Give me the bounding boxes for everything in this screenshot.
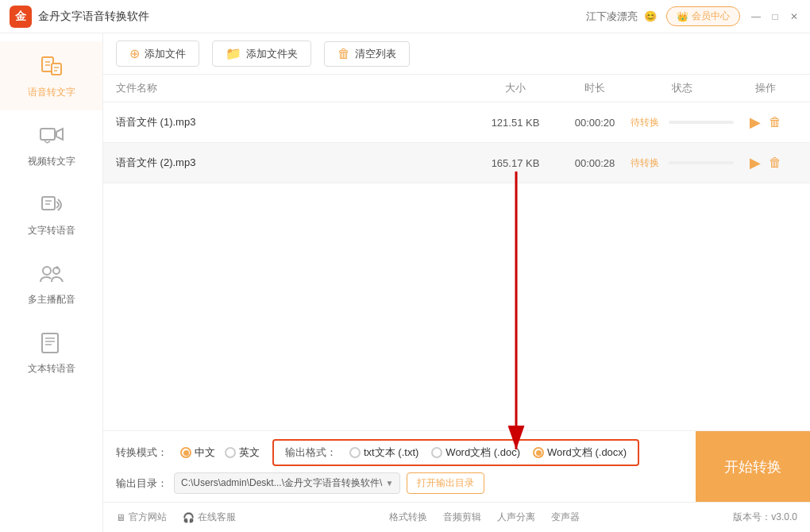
footer-link-3[interactable]: 人声分离 xyxy=(497,511,535,524)
svg-rect-6 xyxy=(40,129,55,140)
svg-rect-10 xyxy=(42,197,55,210)
sidebar-label-speech-to-text: 语音转文字 xyxy=(28,86,75,99)
footer-link-1[interactable]: 格式转换 xyxy=(389,511,427,524)
output-format-box: 输出格式： txt文本 (.txt) Word文档 (.doc) xyxy=(272,439,639,466)
radio-english-indicator xyxy=(225,447,236,458)
add-folder-icon: 📁 xyxy=(226,46,241,61)
radio-txt-indicator xyxy=(349,447,361,458)
service-icon: 🎧 xyxy=(183,512,195,523)
radio-chinese-indicator xyxy=(180,447,191,458)
file-table: 文件名称 大小 时长 状态 操作 语音文件 (1).mp3 121.51 KB … xyxy=(103,75,810,430)
sidebar-item-text-to-speech2[interactable]: 文本转语音 xyxy=(0,318,102,387)
delete-button-2[interactable]: 🗑 xyxy=(769,156,781,170)
open-dir-button[interactable]: 打开输出目录 xyxy=(407,472,484,494)
website-link[interactable]: 🖥 官方网站 xyxy=(116,511,167,524)
format-label: 输出格式： xyxy=(285,445,337,460)
dir-label: 输出目录： xyxy=(116,476,168,491)
file-action-1: ▶ 🗑 xyxy=(734,114,797,131)
service-link[interactable]: 🎧 在线客服 xyxy=(183,511,236,524)
text-to-speech-icon xyxy=(37,191,66,219)
file-action-2: ▶ 🗑 xyxy=(734,154,797,172)
sidebar-item-text-to-speech[interactable]: 文字转语音 xyxy=(0,179,102,249)
header-status: 状态 xyxy=(631,81,734,95)
user-name: 江下凌漂亮 😊 xyxy=(586,10,657,24)
main-layout: 语音转文字 视频转文字 xyxy=(0,33,810,532)
clear-list-button[interactable]: 🗑 清空列表 xyxy=(324,41,410,67)
footer: 🖥 官方网站 🎧 在线客服 格式转换 音频剪辑 人声分离 变声器 版本号：v3.… xyxy=(103,502,810,532)
video-to-text-icon xyxy=(37,121,66,150)
file-duration-2: 00:00:28 xyxy=(559,157,631,169)
title-right: 江下凌漂亮 😊 👑 会员中心 — □ ✕ xyxy=(586,6,800,26)
settings-panel: 转换模式： 中文 英文 输出格式： xyxy=(103,431,696,502)
svg-marker-7 xyxy=(56,129,63,140)
svg-point-14 xyxy=(53,268,60,274)
file-size-1: 121.51 KB xyxy=(472,117,559,129)
format-txt[interactable]: txt文本 (.txt) xyxy=(349,445,418,460)
sidebar-label-multi-dub: 多主播配音 xyxy=(28,293,75,306)
file-status-1: 待转换 xyxy=(631,116,734,129)
clear-list-icon: 🗑 xyxy=(338,47,350,61)
title-bar: 金 金丹文字语音转换软件 江下凌漂亮 😊 👑 会员中心 — □ ✕ xyxy=(0,0,810,33)
minimize-button[interactable]: — xyxy=(750,10,762,23)
title-left: 金 金丹文字语音转换软件 xyxy=(10,6,149,28)
radio-docx-indicator xyxy=(533,447,544,458)
start-section[interactable]: 开始转换 xyxy=(696,431,810,502)
text-to-speech2-icon xyxy=(37,329,66,357)
crown-icon: 👑 xyxy=(677,11,688,22)
svg-line-9 xyxy=(47,141,50,143)
mode-english[interactable]: 英文 xyxy=(225,445,260,460)
file-name-1: 语音文件 (1).mp3 xyxy=(116,115,472,129)
table-header: 文件名称 大小 时长 状态 操作 xyxy=(103,75,810,102)
sidebar-item-video-to-text[interactable]: 视频转文字 xyxy=(0,110,102,179)
bottom-flex: 转换模式： 中文 英文 输出格式： xyxy=(103,431,810,502)
radio-doc-indicator xyxy=(431,447,442,458)
sidebar-label-video-to-text: 视频转文字 xyxy=(28,155,75,168)
bottom-area: 转换模式： 中文 英文 输出格式： xyxy=(103,430,810,502)
app-logo: 金 xyxy=(10,6,32,28)
file-status-2: 待转换 xyxy=(631,156,734,170)
dir-path: C:\Users\admin\Deskt...\金丹文字语音转换软件\ ▼ xyxy=(174,472,400,494)
file-name-2: 语音文件 (2).mp3 xyxy=(116,156,472,170)
format-doc[interactable]: Word文档 (.doc) xyxy=(431,445,520,460)
version-text: 版本号：v3.0.0 xyxy=(733,511,797,522)
vip-button[interactable]: 👑 会员中心 xyxy=(666,6,740,26)
format-docx[interactable]: Word文档 (.docx) xyxy=(533,445,627,460)
website-icon: 🖥 xyxy=(116,512,125,523)
sidebar-label-text-to-speech2: 文本转语音 xyxy=(28,362,75,376)
mode-label: 转换模式： xyxy=(116,445,168,460)
toolbar: ⊕ 添加文件 📁 添加文件夹 🗑 清空列表 xyxy=(103,33,810,75)
play-button-1[interactable]: ▶ xyxy=(750,114,761,131)
delete-button-1[interactable]: 🗑 xyxy=(769,115,781,129)
footer-link-2[interactable]: 音频剪辑 xyxy=(443,511,481,524)
svg-rect-17 xyxy=(42,333,58,353)
add-file-button[interactable]: ⊕ 添加文件 xyxy=(116,40,199,67)
multi-dub-icon xyxy=(37,260,66,288)
file-size-2: 165.17 KB xyxy=(472,157,559,169)
mode-format-row: 转换模式： 中文 英文 输出格式： xyxy=(116,439,683,466)
add-file-icon: ⊕ xyxy=(129,46,140,61)
speech-to-text-icon xyxy=(37,52,66,81)
sidebar-label-text-to-speech: 文字转语音 xyxy=(28,224,75,237)
start-button[interactable]: 开始转换 xyxy=(724,457,781,476)
header-action: 操作 xyxy=(734,81,797,95)
play-button-2[interactable]: ▶ xyxy=(750,154,761,172)
add-folder-button[interactable]: 📁 添加文件夹 xyxy=(212,40,311,67)
content: ⊕ 添加文件 📁 添加文件夹 🗑 清空列表 文件名称 大小 时长 xyxy=(103,33,810,430)
sidebar-item-multi-dub[interactable]: 多主播配音 xyxy=(0,249,102,318)
sidebar-item-speech-to-text[interactable]: 语音转文字 xyxy=(0,41,102,110)
svg-point-13 xyxy=(43,267,51,275)
footer-link-4[interactable]: 变声器 xyxy=(551,511,580,524)
footer-right: 版本号：v3.0.0 xyxy=(733,511,797,524)
table-row: 语音文件 (1).mp3 121.51 KB 00:00:20 待转换 ▶ 🗑 xyxy=(103,102,810,143)
restore-button[interactable]: □ xyxy=(769,10,781,23)
logo-text: 金 xyxy=(15,10,26,24)
window-controls: — □ ✕ xyxy=(750,10,800,23)
close-button[interactable]: ✕ xyxy=(788,10,800,23)
dir-dropdown-icon[interactable]: ▼ xyxy=(385,479,393,488)
sidebar: 语音转文字 视频转文字 xyxy=(0,33,103,532)
svg-rect-3 xyxy=(52,64,61,75)
mode-chinese[interactable]: 中文 xyxy=(180,445,215,460)
output-dir-row: 输出目录： C:\Users\admin\Deskt...\金丹文字语音转换软件… xyxy=(116,472,683,494)
content-wrapper: ⊕ 添加文件 📁 添加文件夹 🗑 清空列表 文件名称 大小 时长 xyxy=(103,33,810,532)
mode-radio-group: 中文 英文 xyxy=(180,445,260,460)
